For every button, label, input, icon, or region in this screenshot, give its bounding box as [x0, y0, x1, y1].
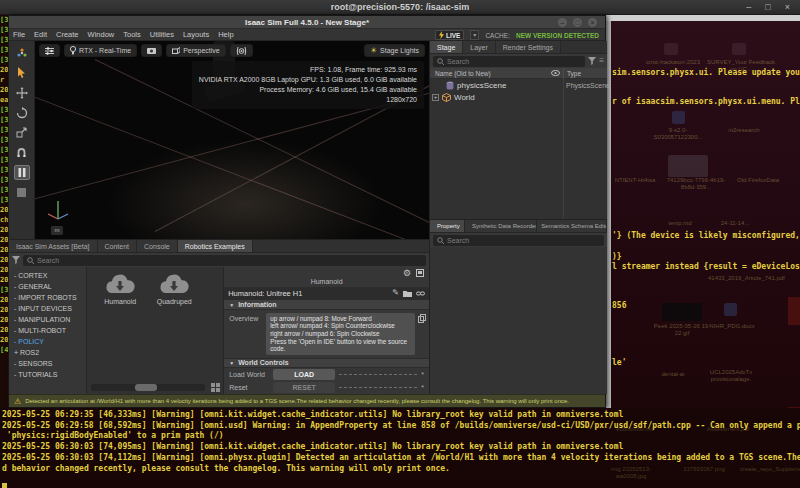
- isaac-close-button[interactable]: ×: [588, 18, 597, 27]
- tree-item[interactable]: - TUTORIALS: [14, 369, 86, 380]
- reset-default-star[interactable]: *: [421, 371, 424, 378]
- tab-content[interactable]: Content: [98, 240, 138, 252]
- desktop-icon-label[interactable]: NTIENT-Ht4tsa: [606, 177, 664, 184]
- desktop-icon-label[interactable]: temp.md: [658, 220, 702, 227]
- desktop-icon-label[interactable]: Old FirefoxData: [728, 177, 788, 184]
- tree-item[interactable]: - POLICY: [14, 336, 86, 347]
- camera-select[interactable]: Perspective: [166, 44, 226, 57]
- expand-icon[interactable]: +: [432, 94, 439, 101]
- scrollbar-thumb[interactable]: [135, 384, 157, 391]
- stage-lights-button[interactable]: ☀ Stage Lights: [364, 44, 425, 57]
- tree-item[interactable]: - INPUT DEVICES: [14, 303, 86, 314]
- tree-item[interactable]: - CORTEX: [14, 270, 86, 281]
- viewport-settings-button[interactable]: [39, 44, 60, 57]
- menu-item[interactable]: Edit: [34, 30, 47, 39]
- examples-search-input[interactable]: Search: [23, 255, 426, 266]
- live-sync-button[interactable]: LIVE: [435, 30, 464, 40]
- reset-button[interactable]: RESET: [273, 382, 335, 393]
- select-tool-button[interactable]: [14, 65, 30, 80]
- terminal-output[interactable]: economist.md Assessment.pdf img 20250513…: [0, 408, 800, 488]
- desktop-icon[interactable]: [664, 43, 678, 55]
- folder-icon[interactable]: [403, 290, 412, 297]
- desktop-icon-label[interactable]: NIHR_PDG.docx: [702, 323, 762, 330]
- terminal-maximize-button[interactable]: □: [765, 0, 770, 15]
- stage-row-world[interactable]: + World: [430, 91, 607, 103]
- tree-item[interactable]: - SENSORS: [14, 358, 86, 369]
- menu-item[interactable]: File: [13, 30, 25, 39]
- pause-button[interactable]: [14, 165, 30, 180]
- desktop-icon-label[interactable]: cmic-hackaton-2023: [638, 59, 708, 66]
- tab-isaac-sim-assets[interactable]: Isaac Sim Assets [Beta]: [9, 240, 98, 252]
- grid-view-button[interactable]: [211, 383, 220, 392]
- desktop-icon-label[interactable]: 74129bcc-7796-4b19-8b8d-359...: [664, 177, 728, 191]
- menu-item[interactable]: Help: [218, 30, 233, 39]
- tree-item[interactable]: - GENERAL: [14, 281, 86, 292]
- copy-icon[interactable]: [418, 314, 426, 323]
- renderer-select[interactable]: RTX - Real-Time: [64, 44, 137, 57]
- tab-synthetic-data-recorder[interactable]: Synthetic Data Recorder: [465, 220, 537, 232]
- example-card-quadruped[interactable]: Quadruped: [153, 273, 195, 394]
- live-dropdown[interactable]: ▾: [470, 30, 479, 40]
- menu-item[interactable]: Layouts: [183, 30, 209, 39]
- menu-item[interactable]: Tools: [123, 30, 141, 39]
- desktop-icon[interactable]: [732, 43, 746, 55]
- tab-console[interactable]: Console: [137, 240, 178, 252]
- desktop-icon-label[interactable]: in2research: [714, 127, 774, 134]
- examples-horizontal-scrollbar[interactable]: [91, 384, 205, 391]
- edit-icon[interactable]: ✎: [392, 288, 399, 298]
- capture-button[interactable]: [230, 44, 253, 57]
- tab-stage[interactable]: Stage: [430, 41, 463, 53]
- rotate-tool-button[interactable]: [14, 105, 30, 120]
- stage-search-input[interactable]: Search: [433, 56, 585, 67]
- tab-layer[interactable]: Layer: [463, 41, 496, 53]
- tree-item[interactable]: - MANIPULATION: [14, 314, 86, 325]
- viewport-3d[interactable]: RTX - Real-Time Perspective: [35, 41, 429, 239]
- property-search-input[interactable]: Search: [433, 235, 604, 246]
- camera-settings-button[interactable]: [141, 44, 162, 57]
- link-icon[interactable]: [416, 290, 425, 297]
- isaac-restore-button[interactable]: □: [573, 18, 582, 27]
- new-version-link[interactable]: NEW VERSION DETECTED: [516, 32, 599, 39]
- name-column-header[interactable]: Name (Old to New): [430, 70, 551, 77]
- world-controls-section-header[interactable]: ▼ World Controls: [224, 358, 429, 368]
- stop-button[interactable]: [14, 185, 30, 200]
- desktop-icon-label[interactable]: UCL2025AdvTx provisionalage.: [700, 369, 762, 383]
- eye-icon[interactable]: [551, 70, 560, 76]
- terminal-minimize-button[interactable]: –: [746, 0, 751, 15]
- information-section-header[interactable]: ▼ Information: [224, 299, 429, 309]
- popout-icon[interactable]: [416, 269, 424, 277]
- options-icon[interactable]: ≡: [599, 56, 604, 66]
- desktop-icon-label[interactable]: 9-s2.0-S030057122300...: [646, 127, 710, 141]
- tree-item[interactable]: - MULTI-ROBOT: [14, 325, 86, 336]
- menu-item[interactable]: Create: [56, 30, 79, 39]
- desktop-icon[interactable]: [668, 155, 708, 177]
- menu-item[interactable]: Window: [88, 30, 115, 39]
- tree-item[interactable]: + ROS2: [14, 347, 86, 358]
- tree-item[interactable]: - IMPORT ROBOTS: [14, 292, 86, 303]
- desktop-icon-label[interactable]: dental-ai: [650, 371, 696, 378]
- overview-textbox[interactable]: up arrow / numpad 8: Move Forwardleft ar…: [266, 313, 415, 355]
- tab-render-settings[interactable]: Render Settings: [496, 41, 561, 53]
- tab-property[interactable]: Property: [430, 220, 465, 232]
- isaac-titlebar[interactable]: Isaac Sim Full 4.5.0 - New Stage* – □ ×: [9, 16, 605, 29]
- desktop-icon[interactable]: [788, 297, 800, 325]
- tab-robotics-examples[interactable]: Robotics Examples: [178, 240, 253, 252]
- desktop-icon-label[interactable]: 24-11-14...: [710, 220, 760, 227]
- axis-gizmo[interactable]: [45, 197, 71, 221]
- isaac-minimize-button[interactable]: –: [558, 18, 567, 27]
- terminal-close-button[interactable]: ×: [785, 0, 790, 15]
- type-column-header[interactable]: Type: [563, 68, 607, 79]
- gear-icon[interactable]: ⚙: [403, 268, 411, 278]
- stage-row-physicsscene[interactable]: physicsScene PhysicsScene: [430, 79, 607, 91]
- desktop-icon[interactable]: [662, 303, 702, 321]
- tab-semantics-schema-editor[interactable]: Semantics Schema Editor: [537, 220, 607, 232]
- filter-icon[interactable]: [12, 256, 20, 264]
- reset-default-star[interactable]: *: [421, 384, 424, 391]
- desktop-icon-label[interactable]: 41433_2019_Article_741.pdf: [708, 275, 770, 282]
- desktop-icon[interactable]: [672, 111, 685, 124]
- example-card-humanoid[interactable]: Humanoid: [97, 273, 143, 394]
- menu-item[interactable]: Utilities: [150, 30, 174, 39]
- snap-tool-button[interactable]: [14, 145, 30, 160]
- load-button[interactable]: LOAD: [273, 369, 335, 380]
- filter-icon[interactable]: [588, 57, 596, 65]
